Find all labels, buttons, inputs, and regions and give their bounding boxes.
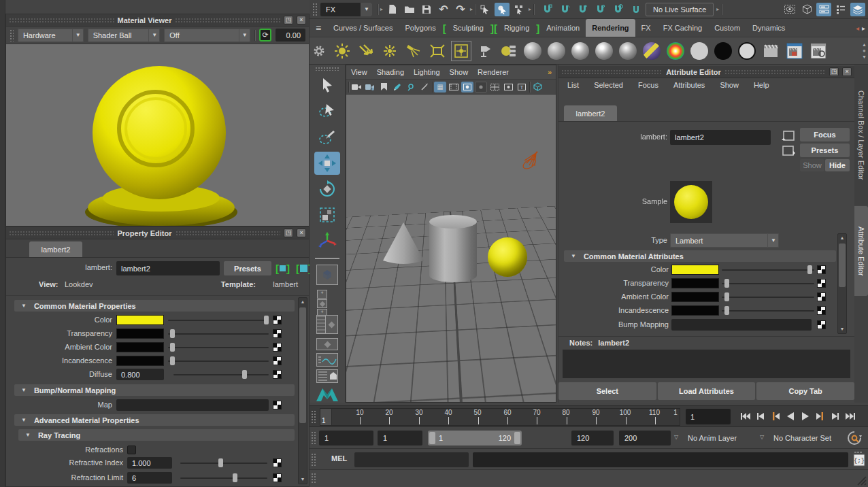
open-render-view-icon[interactable]: [] bbox=[276, 261, 290, 275]
tool-settings-toggle-button[interactable] bbox=[833, 3, 848, 16]
map-texture-icon[interactable] bbox=[273, 356, 282, 365]
shelf-scroll-dot-icon[interactable]: ● bbox=[863, 48, 866, 54]
play-backwards-button[interactable] bbox=[783, 409, 798, 423]
viewport-menu-view[interactable]: View bbox=[346, 68, 372, 76]
layout-persp-single-button[interactable] bbox=[316, 338, 338, 350]
field-chart-icon[interactable] bbox=[488, 82, 501, 93]
shelf-scroll-up-icon[interactable]: ▲ bbox=[862, 42, 867, 47]
grid-toggle-icon[interactable]: ▦ bbox=[434, 82, 446, 93]
ambient-color-slider[interactable] bbox=[168, 342, 269, 352]
shelf-scroll-down-icon[interactable]: ▼ bbox=[862, 54, 867, 59]
viewport-menu-show[interactable]: Show bbox=[445, 68, 473, 76]
map-texture-icon[interactable] bbox=[273, 473, 282, 482]
film-gate-icon[interactable] bbox=[448, 82, 460, 93]
shelf-tab-rendering[interactable]: Rendering bbox=[586, 19, 635, 37]
refresh-swatch-icon[interactable]: ⟳ bbox=[259, 29, 272, 41]
ae-scrollbar[interactable]: ▲ ▼ bbox=[837, 233, 847, 334]
copy-tab-button[interactable]: Copy Tab bbox=[756, 382, 854, 400]
shelf-scroll-right-icon[interactable]: ▸ bbox=[862, 24, 865, 32]
shelf-tab-sculpting[interactable]: Sculpting bbox=[447, 19, 490, 37]
float-panel-icon[interactable]: ◳ bbox=[284, 229, 293, 237]
ambient-light-button[interactable] bbox=[332, 41, 352, 61]
go-to-end-button[interactable] bbox=[843, 409, 858, 423]
script-editor-icon[interactable]: {;} bbox=[853, 452, 865, 468]
gate-mask-icon[interactable] bbox=[475, 82, 487, 93]
material-sample-swatch[interactable] bbox=[670, 181, 712, 223]
notes-textarea[interactable] bbox=[563, 350, 850, 378]
map-texture-icon[interactable] bbox=[273, 329, 282, 338]
light-icon-button[interactable] bbox=[475, 41, 495, 61]
select-tool-button[interactable] bbox=[314, 74, 340, 97]
phong-material-button[interactable] bbox=[570, 41, 590, 61]
tab-lambert2[interactable]: lambert2 bbox=[29, 241, 82, 257]
time-slider-grip[interactable] bbox=[311, 410, 316, 424]
scroll-up-icon[interactable]: ▲ bbox=[299, 298, 307, 306]
render-clapboard-button[interactable] bbox=[761, 41, 781, 61]
perspective-viewport[interactable]: View Shading Lighting Show Renderer » ▦ … bbox=[346, 65, 556, 403]
ae-color-slider[interactable] bbox=[722, 265, 814, 275]
xray-cube-icon[interactable] bbox=[531, 82, 544, 93]
ae-material-name-field[interactable]: lambert2 bbox=[670, 130, 771, 145]
shelf-gear-icon[interactable] bbox=[310, 46, 329, 56]
step-back-frame-button[interactable] bbox=[753, 409, 768, 423]
map-texture-icon[interactable] bbox=[273, 316, 282, 324]
ae-ambient-slider[interactable] bbox=[722, 292, 814, 302]
color-slider[interactable] bbox=[168, 315, 269, 325]
output-connection-icon[interactable] bbox=[782, 145, 795, 158]
close-panel-icon[interactable]: × bbox=[842, 67, 852, 76]
select-component-button[interactable] bbox=[512, 3, 527, 16]
transparency-slider[interactable] bbox=[168, 329, 269, 339]
modeling-toolkit-button[interactable] bbox=[799, 3, 814, 16]
grease-pencil-icon[interactable] bbox=[391, 82, 403, 93]
wand-icon[interactable] bbox=[418, 82, 431, 93]
viewer-environment-dropdown[interactable]: Off ▼ bbox=[164, 29, 250, 42]
command-language-label[interactable]: MEL bbox=[331, 454, 347, 463]
ae-ambient-swatch[interactable] bbox=[671, 292, 719, 302]
focus-button[interactable]: Focus bbox=[800, 128, 850, 141]
point-light-button[interactable] bbox=[380, 41, 400, 61]
animation-end-field[interactable]: 200 bbox=[619, 431, 671, 446]
material-viewer-titlebar[interactable]: Material Viewer ◳ × bbox=[6, 14, 309, 27]
ipr-render-window-button[interactable] bbox=[784, 41, 805, 61]
move-tool-button[interactable] bbox=[314, 152, 340, 175]
bump-mapping-field[interactable] bbox=[671, 319, 812, 331]
playback-start-field[interactable]: 1 bbox=[378, 431, 422, 446]
ae-transparency-slider[interactable] bbox=[722, 278, 814, 288]
rotate-tool-button[interactable] bbox=[314, 178, 340, 201]
safe-title-icon[interactable]: T bbox=[516, 82, 528, 93]
tab-attribute-editor[interactable]: Attribute Editor bbox=[854, 206, 868, 296]
close-panel-icon[interactable]: × bbox=[297, 229, 306, 237]
shelf-tab-dynamics[interactable]: Dynamics bbox=[746, 19, 791, 37]
paint-select-tool-button[interactable] bbox=[314, 126, 340, 149]
material-name-field[interactable]: lambert2 bbox=[116, 261, 220, 275]
ae-menu-help[interactable]: Help bbox=[748, 81, 775, 89]
map-texture-icon[interactable] bbox=[817, 265, 826, 274]
spot-light-button[interactable] bbox=[403, 41, 424, 61]
new-scene-button[interactable] bbox=[385, 3, 400, 16]
ae-color-swatch[interactable] bbox=[671, 265, 719, 275]
ae-incandescence-slider[interactable] bbox=[722, 305, 814, 316]
anisotropic-material-button[interactable] bbox=[618, 41, 638, 61]
shelf-scroll-left-icon[interactable]: ◂ bbox=[856, 24, 859, 32]
blinn-material-button[interactable] bbox=[594, 41, 614, 61]
range-end-handle[interactable] bbox=[514, 432, 520, 444]
layout-four-pane-button[interactable]: + + + bbox=[316, 289, 338, 309]
menu-overflow-icon[interactable]: » bbox=[544, 68, 556, 76]
ae-tab-lambert2[interactable]: lambert2 bbox=[564, 105, 617, 121]
go-to-start-button[interactable] bbox=[738, 409, 753, 423]
shelf-tab-fx-caching[interactable]: FX Caching bbox=[657, 19, 708, 37]
step-forward-key-button[interactable] bbox=[813, 409, 828, 423]
section-collapse-icon[interactable]: ▸ bbox=[529, 6, 531, 12]
safe-action-icon[interactable] bbox=[502, 82, 514, 93]
map-texture-icon[interactable] bbox=[817, 306, 826, 315]
snap-to-view-plane-button[interactable] bbox=[610, 3, 625, 16]
map-texture-icon[interactable] bbox=[273, 343, 282, 352]
lambert-material-button[interactable] bbox=[546, 41, 567, 61]
float-panel-icon[interactable]: ◳ bbox=[284, 16, 293, 24]
ae-incandescence-swatch[interactable] bbox=[671, 305, 719, 316]
select-button[interactable]: Select bbox=[558, 382, 656, 400]
toolbox-grip[interactable] bbox=[315, 67, 339, 71]
material-type-dropdown[interactable]: Lambert ▼ bbox=[670, 233, 779, 248]
section-advanced-material-properties[interactable]: ▼ Advanced Material Properties bbox=[14, 414, 295, 426]
window-resize-grip[interactable] bbox=[857, 476, 867, 486]
